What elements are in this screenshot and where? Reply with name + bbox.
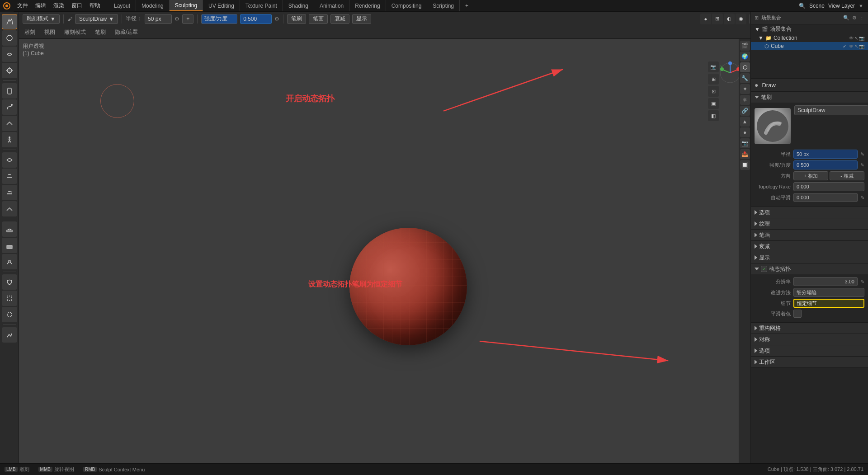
- properties-icon-modifier[interactable]: 🔧: [740, 73, 750, 83]
- tab-rendering[interactable]: Rendering: [349, 0, 386, 11]
- viewport-top[interactable]: ⊡: [708, 86, 719, 97]
- cube-render-icon[interactable]: 📷: [859, 44, 864, 49]
- tab-layout[interactable]: Layout: [108, 0, 136, 11]
- viewport-3d[interactable]: 用户透视 (1) Cube 开: [19, 39, 750, 463]
- viewport-perspective[interactable]: ⊞: [708, 74, 719, 85]
- panel-search-icon[interactable]: 🔍: [843, 15, 849, 21]
- tool-pinch[interactable]: [2, 47, 17, 62]
- texture-section-header[interactable]: 纹理: [751, 218, 868, 229]
- direction-subtract-btn[interactable]: - 相减: [830, 171, 864, 180]
- tool-box-mask[interactable]: [2, 291, 17, 306]
- stroke-btn[interactable]: 笔画: [309, 14, 328, 24]
- radius-edit-icon[interactable]: ✎: [860, 151, 864, 157]
- vis-pointer-icon[interactable]: ↖: [854, 36, 858, 41]
- radius-add-btn[interactable]: +: [182, 14, 193, 24]
- properties-icon-view[interactable]: 🔲: [740, 160, 750, 170]
- properties-icon-scene[interactable]: 🎬: [740, 41, 750, 51]
- tool-snake-hook[interactable]: [2, 99, 17, 115]
- properties-icon-data[interactable]: ▲: [740, 117, 750, 127]
- tool-annotate[interactable]: [2, 327, 17, 343]
- tool-lasso-mask[interactable]: [2, 307, 17, 322]
- topology-rake-value[interactable]: 0.000: [793, 182, 864, 191]
- subheader-brush[interactable]: 笔刷: [93, 28, 108, 36]
- properties-icon-constraint[interactable]: 🔗: [740, 106, 750, 116]
- options-section-header[interactable]: 选项: [751, 207, 868, 218]
- viewport-side[interactable]: ◧: [708, 110, 719, 121]
- menu-edit[interactable]: 编辑: [32, 0, 50, 11]
- subheader-view[interactable]: 视图: [42, 28, 57, 36]
- symmetry-section-header[interactable]: 对称: [751, 334, 868, 345]
- display-section-header[interactable]: 显示: [751, 252, 868, 263]
- refine-method-value[interactable]: 细分塌陷: [793, 288, 864, 297]
- direction-add-btn[interactable]: + 相加: [793, 171, 828, 180]
- vis-render-icon[interactable]: 📷: [859, 36, 864, 41]
- menu-window[interactable]: 窗口: [68, 0, 86, 11]
- cube-pointer-icon[interactable]: ↖: [854, 44, 858, 49]
- dyntopo-enable-checkbox[interactable]: ✓: [761, 266, 767, 272]
- tool-smooth[interactable]: [2, 30, 17, 46]
- menu-render[interactable]: 渲染: [50, 0, 68, 11]
- panel-filter-icon[interactable]: ⚙: [852, 15, 857, 21]
- workspace-section-header[interactable]: 工作区: [751, 357, 868, 367]
- tab-shading[interactable]: Shading: [283, 0, 314, 11]
- radius-icon[interactable]: ⚙: [175, 16, 179, 22]
- tool-scrape[interactable]: [2, 185, 17, 200]
- tool-crease[interactable]: [2, 152, 17, 168]
- detail-type-value[interactable]: 恒定细节: [793, 299, 864, 308]
- menu-file[interactable]: 文件: [14, 0, 32, 11]
- radius-input[interactable]: 50 px: [145, 14, 172, 24]
- tool-multiplane-scrape[interactable]: [2, 201, 17, 216]
- strength-input[interactable]: 0.500: [240, 14, 272, 24]
- viewport-shading-solid[interactable]: ●: [700, 14, 711, 24]
- falloff-btn[interactable]: 衰减: [330, 14, 349, 24]
- tool-grab[interactable]: [2, 83, 17, 99]
- tool-flatten[interactable]: [2, 169, 17, 184]
- tool-thumb[interactable]: [2, 116, 17, 131]
- remesh-section-header[interactable]: 重构网格: [751, 323, 868, 334]
- dyntopo-section-header[interactable]: ✓ 动态拓扑: [751, 263, 868, 274]
- tab-compositing[interactable]: Compositing: [386, 0, 428, 11]
- tool-pose[interactable]: [2, 132, 17, 147]
- detail-size-edit-icon[interactable]: ✎: [860, 279, 864, 285]
- properties-icon-output[interactable]: 📤: [740, 149, 750, 159]
- properties-icon-material[interactable]: ●: [740, 127, 750, 137]
- viewport-camera[interactable]: 📷: [708, 61, 719, 72]
- tool-clay[interactable]: [2, 221, 17, 237]
- tab-uv-editing[interactable]: UV Editing: [203, 0, 240, 11]
- strength-slider[interactable]: 强度/力度: [201, 14, 237, 24]
- tab-texture-paint[interactable]: Texture Paint: [240, 0, 283, 11]
- autosmooth-edit-icon[interactable]: ✎: [860, 195, 864, 201]
- tab-animation[interactable]: Animation: [314, 0, 349, 11]
- pen-btn[interactable]: 笔刷: [287, 14, 306, 24]
- brush-name-dropdown[interactable]: SculptDraw ▼: [75, 14, 118, 24]
- options2-section-header[interactable]: 选项: [751, 345, 868, 356]
- outliner-item-cube[interactable]: ⬡ Cube ✓ 👁 ↖ 📷: [751, 42, 868, 50]
- properties-icon-particles[interactable]: ✦: [740, 84, 750, 94]
- stroke-section-header[interactable]: 笔画: [751, 230, 868, 240]
- tab-sculpting[interactable]: Sculpting: [170, 0, 203, 11]
- strength-prop-value[interactable]: 0.500: [793, 160, 858, 169]
- brush-section-header[interactable]: 笔刷: [751, 92, 868, 103]
- tool-draw[interactable]: [2, 14, 17, 29]
- autosmooth-value[interactable]: 0.000: [793, 193, 858, 202]
- viewport-shading-render[interactable]: ◉: [736, 14, 746, 24]
- outliner-item-collection[interactable]: ▼ 📁 Collection 👁 ↖ 📷: [751, 34, 868, 42]
- tab-add[interactable]: +: [460, 0, 474, 11]
- tab-modeling[interactable]: Modeling: [136, 0, 170, 11]
- subheader-sculpt[interactable]: 雕刻: [23, 28, 37, 36]
- subheader-mask[interactable]: 隐藏/遮罩: [113, 28, 140, 36]
- detail-size-value[interactable]: 3.00: [793, 277, 858, 286]
- mode-selector[interactable]: 雕刻模式 ▼: [23, 14, 60, 24]
- viewport-front[interactable]: ▣: [708, 98, 719, 109]
- properties-icon-world[interactable]: 🌍: [740, 52, 750, 61]
- tool-mask[interactable]: [2, 274, 17, 290]
- outliner-item-scene-collection[interactable]: ▼ 🎬 场景集合: [751, 24, 868, 34]
- panel-more-icon[interactable]: ⋮: [859, 15, 864, 21]
- viewport-shading-material[interactable]: ◐: [724, 14, 735, 24]
- vis-eye-icon[interactable]: 👁: [849, 36, 854, 41]
- falloff-section-header[interactable]: 衰减: [751, 241, 868, 252]
- tool-clay-strips[interactable]: [2, 238, 17, 253]
- properties-icon-render[interactable]: 📷: [740, 138, 750, 148]
- subheader-sculpt-mode[interactable]: 雕刻模式: [62, 28, 88, 36]
- tool-inflate[interactable]: [2, 63, 17, 78]
